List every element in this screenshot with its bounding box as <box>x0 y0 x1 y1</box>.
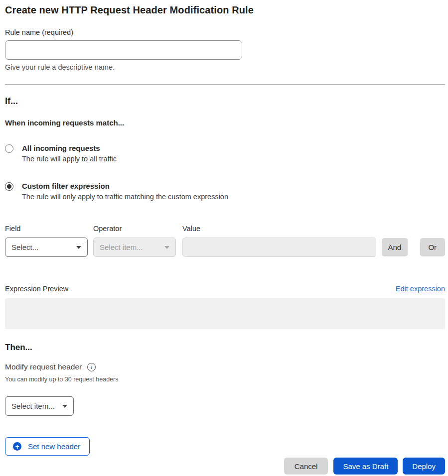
radio-label-custom-filter: Custom filter expression <box>22 182 228 190</box>
chevron-down-icon <box>76 246 81 249</box>
radio-desc-custom-filter: The rule will only apply to traffic matc… <box>22 193 228 201</box>
and-button[interactable]: And <box>382 238 408 256</box>
radio-desc-all-incoming: The rule will apply to all traffic <box>22 155 117 163</box>
footer-actions: Cancel Save as Draft Deploy <box>5 458 445 475</box>
field-select-value: Select... <box>11 243 38 251</box>
radio-button-unselected[interactable] <box>5 144 13 153</box>
rule-name-label: Rule name (required) <box>5 28 445 36</box>
if-heading: If... <box>5 96 445 107</box>
chevron-down-icon <box>62 405 67 408</box>
operator-select[interactable]: Select item... <box>93 238 176 257</box>
cancel-button[interactable]: Cancel <box>284 458 328 475</box>
match-subheading: When incoming requests match... <box>5 119 445 127</box>
deploy-button[interactable]: Deploy <box>403 458 445 475</box>
value-label: Value <box>182 225 376 233</box>
radio-label-all-incoming: All incoming requests <box>22 144 117 152</box>
info-icon[interactable]: i <box>87 363 96 371</box>
value-input[interactable] <box>182 238 376 257</box>
then-heading: Then... <box>5 343 445 353</box>
create-rule-form: Create new HTTP Request Header Modificat… <box>0 0 448 475</box>
or-button[interactable]: Or <box>420 238 446 256</box>
section-divider <box>5 84 445 85</box>
expression-preview-label: Expression Preview <box>5 285 68 293</box>
set-new-header-label: Set new header <box>28 442 80 451</box>
field-select[interactable]: Select... <box>5 238 88 257</box>
match-radio-group: All incoming requests The rule will appl… <box>5 144 445 201</box>
operator-label: Operator <box>93 225 176 233</box>
header-select-value: Select item... <box>11 402 55 410</box>
radio-option-all-incoming[interactable]: All incoming requests The rule will appl… <box>5 144 445 163</box>
set-new-header-button[interactable]: + Set new header <box>5 437 90 456</box>
expression-preview-box <box>5 298 445 329</box>
expression-builder-row: Field Select... Operator Select item... … <box>5 225 445 257</box>
save-as-draft-button[interactable]: Save as Draft <box>333 458 398 475</box>
operator-select-value: Select item... <box>100 243 143 251</box>
page-title: Create new HTTP Request Header Modificat… <box>5 4 445 16</box>
header-limit-help: You can modify up to 30 request headers <box>5 376 445 383</box>
radio-option-custom-filter[interactable]: Custom filter expression The rule will o… <box>5 182 445 201</box>
chevron-down-icon <box>164 246 169 249</box>
header-select[interactable]: Select item... <box>5 396 74 416</box>
field-label: Field <box>5 225 88 233</box>
rule-name-input[interactable] <box>5 40 242 60</box>
radio-button-selected[interactable] <box>5 182 13 191</box>
rule-name-help: Give your rule a descriptive name. <box>5 63 445 71</box>
modify-request-header-label: Modify request header <box>5 362 82 371</box>
edit-expression-link[interactable]: Edit expression <box>396 285 445 293</box>
plus-icon: + <box>13 442 21 451</box>
